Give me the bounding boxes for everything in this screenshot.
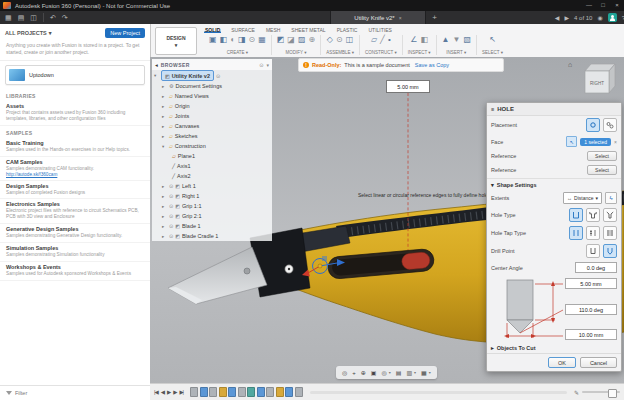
browser-root-item[interactable]: ▾ ◩Utility Knife v2 ⊙ <box>152 70 272 81</box>
browser-item[interactable]: ▸▱Canvases <box>152 121 272 131</box>
sample-item-cam-samples[interactable]: CAM Samples Samples demonstrating CAM fu… <box>0 157 150 181</box>
browser-menu-icon[interactable]: ▾ <box>266 62 269 68</box>
eye-icon[interactable]: ⊙ <box>169 223 173 229</box>
depth-dimension-input[interactable]: 5.00 mm <box>386 80 430 93</box>
browser-item[interactable]: ▸⊙◩Grip 1:1 <box>152 201 272 211</box>
expand-icon[interactable]: ▸ <box>162 214 167 219</box>
to-object-icon[interactable]: ϟ <box>605 192 617 204</box>
expand-icon[interactable]: ▸ <box>162 84 167 89</box>
tapped-toggle[interactable] <box>603 226 617 240</box>
browser-item[interactable]: ▸⊙◩Grip 2:1 <box>152 211 272 221</box>
eye-icon[interactable]: ⊙ <box>169 183 173 189</box>
plane-icon[interactable]: ▱ <box>371 35 377 44</box>
drag-handle-icon[interactable]: ≡ <box>491 106 494 112</box>
eye-icon[interactable]: ⊙ <box>169 213 173 219</box>
browser-item[interactable]: ▸⚙Document Settings <box>152 81 272 91</box>
tab-utilities[interactable]: UTILITIES <box>367 27 392 33</box>
sample-item-workshops-events[interactable]: Workshops & Events Samples used for Auto… <box>0 262 150 281</box>
timeline-feature-marker[interactable] <box>219 387 227 397</box>
edit-feature-icon[interactable]: ✎ <box>574 389 579 396</box>
counterbore-toggle[interactable] <box>586 208 600 222</box>
new-project-button[interactable]: New Project <box>105 28 145 38</box>
step-back-button[interactable]: ◀ <box>161 389 164 395</box>
timeline-feature-marker[interactable] <box>238 387 246 397</box>
sample-item-generative-design-samples[interactable]: Generative Design Samples Samples demons… <box>0 224 150 243</box>
timeline-feature-marker[interactable] <box>257 387 265 397</box>
group-inspect-label[interactable]: INSPECT ▾ <box>408 50 431 55</box>
display-settings-icon[interactable]: ⊙ <box>259 62 263 68</box>
timeline-feature-marker[interactable] <box>276 387 284 397</box>
redo-icon[interactable]: ↷ <box>62 11 68 24</box>
shell-icon[interactable]: ▨ <box>298 35 306 44</box>
group-construct-label[interactable]: CONSTRUCT ▾ <box>365 50 397 55</box>
eye-icon[interactable]: ⊙ <box>216 73 220 79</box>
history-prev-icon[interactable]: ◀ <box>555 14 560 21</box>
hole-icon[interactable]: ⊙ <box>249 35 256 44</box>
expand-icon[interactable]: ▸ <box>162 134 167 139</box>
fillet-icon[interactable]: ◪ <box>287 35 295 44</box>
data-panel-toggle-icon[interactable]: ▦ <box>5 11 12 24</box>
expand-icon[interactable]: ▸ <box>162 104 167 109</box>
browser-item[interactable]: ▸▱Sketches <box>152 131 272 141</box>
timeline-feature-marker[interactable] <box>285 387 293 397</box>
shape-settings-section[interactable]: ▾ Shape Settings <box>487 180 621 190</box>
expand-icon[interactable]: ▸ <box>162 94 167 99</box>
save-as-copy-link[interactable]: Save as Copy <box>415 62 449 68</box>
multiple-holes-toggle[interactable] <box>603 118 617 132</box>
group-select-label[interactable]: SELECT ▾ <box>482 50 503 55</box>
sweep-icon[interactable]: ◨ <box>238 35 246 44</box>
revolve-icon[interactable]: ◐ <box>230 35 235 44</box>
timeline-feature-marker[interactable] <box>200 387 208 397</box>
tab-plastic[interactable]: PLASTIC <box>336 27 359 33</box>
steering-wheel-icon[interactable]: ◎ <box>342 369 347 376</box>
group-assemble-label[interactable]: ASSEMBLE ▾ <box>326 50 354 55</box>
notifications-bell-icon[interactable]: ◉ <box>597 14 602 21</box>
look-at-icon[interactable]: ▤ <box>396 369 402 376</box>
flat-point-toggle[interactable] <box>586 244 600 258</box>
joint-icon[interactable]: ⊙ <box>336 35 343 44</box>
extents-dropdown[interactable]: ↔ Distance ▾ <box>563 192 602 204</box>
cancel-button[interactable]: Cancel <box>580 357 617 368</box>
browser-item[interactable]: ▸⊙◩Left 1 <box>152 181 272 191</box>
hole-center-marker[interactable] <box>285 265 293 273</box>
ok-button[interactable]: OK <box>548 357 576 368</box>
history-next-icon[interactable]: ▶ <box>564 14 569 21</box>
browser-item[interactable]: ▸⊙◩Blade Cradle 1 <box>152 231 272 241</box>
extrude-icon[interactable]: ◧ <box>220 35 228 44</box>
tab-surface[interactable]: SURFACE <box>230 27 256 33</box>
go-to-end-button[interactable]: ▶| <box>179 389 183 395</box>
select-cursor-icon[interactable]: ↖ <box>566 136 577 147</box>
minimize-button[interactable]: — <box>582 0 596 11</box>
press-pull-icon[interactable]: ◩ <box>277 35 285 44</box>
expand-icon[interactable]: ▸ <box>162 194 167 199</box>
dialog-header[interactable]: ≡ HOLE <box>487 103 621 116</box>
project-card-uptodown[interactable]: Uptodown <box>5 65 145 85</box>
section-analysis-icon[interactable]: ◧ <box>420 35 428 44</box>
browser-item[interactable]: ▾▱Construction <box>152 141 272 151</box>
maximize-button[interactable]: □ <box>596 0 610 11</box>
depth-input[interactable]: 5.00 mm <box>565 278 617 289</box>
browser-item[interactable]: ╱Axis2 <box>152 171 272 181</box>
step-forward-button[interactable]: ▶ <box>173 389 176 395</box>
display-settings-icon[interactable]: ▥ <box>406 369 412 376</box>
tab-solid[interactable]: SOLID <box>204 27 221 33</box>
browser-item[interactable]: ▸▱Named Views <box>152 91 272 101</box>
timeline-feature-marker[interactable] <box>295 387 303 397</box>
document-tab[interactable]: Utility Knife v2* × <box>330 11 426 24</box>
fit-icon[interactable]: ▣ <box>371 369 377 376</box>
library-item-assets[interactable]: Assets Project that contains assets used… <box>0 101 150 126</box>
expand-icon[interactable]: ▸ <box>162 234 167 239</box>
expand-icon[interactable]: ▸ <box>162 124 167 129</box>
timeline-feature-marker[interactable] <box>247 387 255 397</box>
create-sketch-icon[interactable]: ▣ <box>209 35 217 44</box>
timeline-feature-marker[interactable] <box>228 387 236 397</box>
filter-bar[interactable]: Filter <box>0 385 151 400</box>
user-avatar[interactable] <box>608 13 617 22</box>
browser-item[interactable]: ▸▱Joints <box>152 111 272 121</box>
insert-mesh-icon[interactable]: ▲ <box>442 35 450 44</box>
cam-samples-link[interactable]: http://autode.sk/f360cam <box>6 172 144 177</box>
zoom-icon[interactable]: ⊕ <box>361 369 366 376</box>
workspace-switcher[interactable]: DESIGN ▾ <box>155 27 197 55</box>
expand-icon[interactable]: ▸ <box>162 224 167 229</box>
reference-select-button[interactable]: Select <box>587 151 617 161</box>
